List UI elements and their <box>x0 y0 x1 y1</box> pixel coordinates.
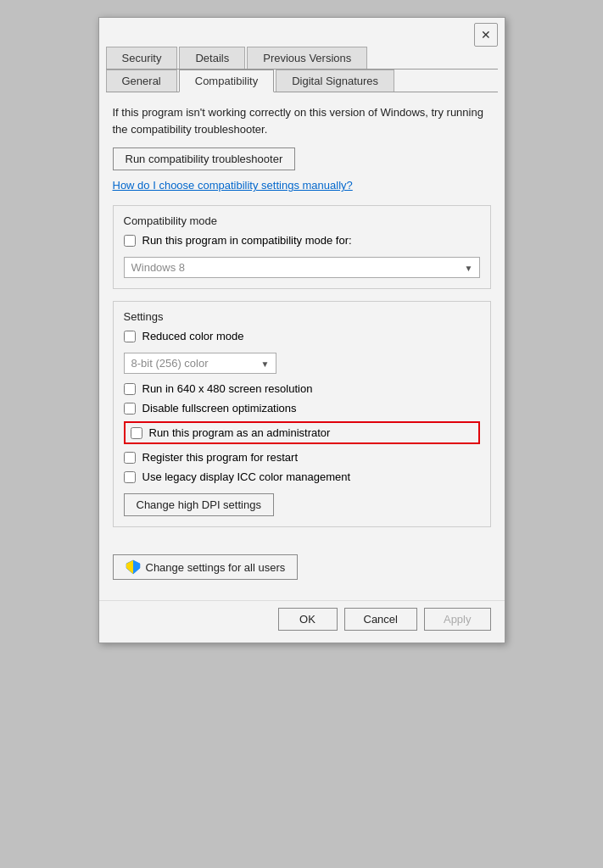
screen-resolution-row: Run in 640 x 480 screen resolution <box>124 382 480 395</box>
svg-marker-2 <box>133 560 140 574</box>
footer-section: Change settings for all users <box>99 548 505 600</box>
run-as-admin-label: Run this program as an administrator <box>149 426 331 439</box>
color-mode-select[interactable]: 8-bit (256) color 16-bit (65536) color <box>124 353 276 374</box>
title-bar: ✕ <box>99 18 505 47</box>
compatibility-mode-section: Compatibility mode Run this program in c… <box>113 205 491 289</box>
register-restart-label: Register this program for restart <box>142 451 299 464</box>
legacy-icc-label: Use legacy display ICC color management <box>142 470 351 483</box>
reduced-color-mode-checkbox[interactable] <box>124 331 136 342</box>
close-button[interactable]: ✕ <box>474 23 498 47</box>
reduced-color-mode-label: Reduced color mode <box>142 330 244 342</box>
compatibility-mode-checkbox-row: Run this program in compatibility mode f… <box>124 234 480 247</box>
tab-digital-signatures[interactable]: Digital Signatures <box>276 70 394 92</box>
svg-marker-1 <box>126 560 133 574</box>
screen-resolution-checkbox[interactable] <box>124 383 136 395</box>
compatibility-mode-checkbox-label: Run this program in compatibility mode f… <box>142 234 352 247</box>
tab-general[interactable]: General <box>106 70 177 92</box>
tabs-row-top: Security Details Previous Versions <box>106 47 498 70</box>
legacy-icc-row: Use legacy display ICC color management <box>124 470 480 483</box>
description-text: If this program isn't working correctly … <box>113 104 491 137</box>
compatibility-os-select[interactable]: Windows XP (Service Pack 2) Windows XP (… <box>124 257 480 278</box>
legacy-icc-checkbox[interactable] <box>124 471 136 483</box>
register-restart-checkbox[interactable] <box>124 452 136 464</box>
tab-security[interactable]: Security <box>106 47 178 69</box>
settings-section: Settings Reduced color mode 8-bit (256) … <box>113 301 491 527</box>
compatibility-mode-checkbox[interactable] <box>124 235 136 247</box>
settings-section-label: Settings <box>124 310 480 323</box>
tabs-container: Security Details Previous Versions Gener… <box>99 47 505 92</box>
apply-button[interactable]: Apply <box>424 608 491 631</box>
reduced-color-mode-row: Reduced color mode <box>124 330 480 342</box>
compatibility-help-link[interactable]: How do I choose compatibility settings m… <box>113 179 491 192</box>
register-restart-row: Register this program for restart <box>124 451 480 464</box>
color-mode-select-wrapper: 8-bit (256) color 16-bit (65536) color ▼ <box>124 353 276 374</box>
run-as-admin-checkbox[interactable] <box>131 427 142 439</box>
run-troubleshooter-button[interactable]: Run compatibility troubleshooter <box>113 147 296 170</box>
compatibility-os-select-wrapper: Windows XP (Service Pack 2) Windows XP (… <box>124 257 480 278</box>
screen-resolution-label: Run in 640 x 480 screen resolution <box>142 382 313 395</box>
change-dpi-button[interactable]: Change high DPI settings <box>124 493 274 516</box>
tab-details[interactable]: Details <box>179 47 245 69</box>
properties-dialog: ✕ Security Details Previous Versions Gen… <box>98 17 505 643</box>
tabs-row-bottom: General Compatibility Digital Signatures <box>106 70 498 92</box>
cancel-button[interactable]: Cancel <box>344 608 417 631</box>
tab-previous-versions[interactable]: Previous Versions <box>247 47 367 69</box>
tab-content: If this program isn't working correctly … <box>99 92 505 548</box>
ok-button[interactable]: OK <box>278 608 338 631</box>
disable-fullscreen-label: Disable fullscreen optimizations <box>142 402 297 415</box>
compatibility-mode-label: Compatibility mode <box>124 214 480 227</box>
disable-fullscreen-checkbox[interactable] <box>124 403 136 415</box>
run-as-admin-row: Run this program as an administrator <box>124 421 480 444</box>
change-settings-all-users-button[interactable]: Change settings for all users <box>113 554 299 580</box>
button-row: OK Cancel Apply <box>99 600 505 643</box>
tab-compatibility[interactable]: Compatibility <box>179 70 274 92</box>
change-settings-all-users-label: Change settings for all users <box>146 561 286 574</box>
shield-icon <box>126 559 141 575</box>
disable-fullscreen-row: Disable fullscreen optimizations <box>124 402 480 415</box>
